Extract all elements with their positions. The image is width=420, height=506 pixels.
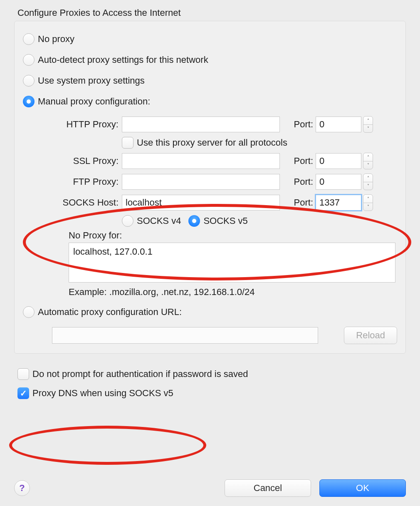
reload-button[interactable]: Reload bbox=[344, 327, 397, 344]
label-ssl-proxy: SSL Proxy: bbox=[40, 156, 122, 166]
label-no-proxy-for: No Proxy for: bbox=[40, 230, 397, 241]
section-title: Configure Proxies to Access the Internet bbox=[14, 7, 406, 18]
input-socks-port[interactable]: 1337 bbox=[316, 195, 361, 211]
radio-socks-v4[interactable] bbox=[122, 215, 133, 227]
input-http-port[interactable]: 0 bbox=[316, 117, 361, 132]
label-no-proxy: No proxy bbox=[38, 34, 74, 45]
cancel-button[interactable]: Cancel bbox=[225, 479, 311, 497]
checkbox-use-all[interactable] bbox=[122, 137, 133, 149]
radio-socks-v5[interactable] bbox=[188, 215, 200, 227]
radio-auto-detect[interactable] bbox=[23, 54, 35, 66]
label-auto-url: Automatic proxy configuration URL: bbox=[38, 307, 182, 317]
annotation-ellipse-2 bbox=[9, 426, 206, 465]
label-http-proxy: HTTP Proxy: bbox=[40, 119, 122, 130]
radio-auto-url[interactable] bbox=[23, 306, 35, 318]
manual-form: HTTP Proxy: Port: 0 ˄˅ Use this proxy se… bbox=[40, 116, 397, 298]
label-use-all: Use this proxy server for all protocols bbox=[137, 137, 287, 148]
label-example: Example: .mozilla.org, .net.nz, 192.168.… bbox=[40, 287, 397, 298]
label-socks-host: SOCKS Host: bbox=[40, 197, 122, 208]
label-system: Use system proxy settings bbox=[38, 75, 145, 86]
radio-manual[interactable] bbox=[23, 96, 35, 107]
input-ftp-port[interactable]: 0 bbox=[316, 174, 361, 190]
label-http-port: Port: bbox=[280, 119, 316, 130]
input-ftp-host[interactable] bbox=[122, 174, 280, 190]
label-auto-detect: Auto-detect proxy settings for this netw… bbox=[38, 55, 208, 65]
stepper-http-port[interactable]: ˄˅ bbox=[363, 116, 373, 133]
input-socks-host[interactable]: localhost bbox=[122, 195, 280, 211]
input-no-proxy-for[interactable]: localhost, 127.0.0.1 bbox=[69, 243, 395, 283]
stepper-ftp-port[interactable]: ˄˅ bbox=[363, 174, 373, 190]
label-ftp-proxy: FTP Proxy: bbox=[40, 176, 122, 187]
label-proxy-dns: Proxy DNS when using SOCKS v5 bbox=[32, 388, 173, 399]
checkbox-no-prompt[interactable] bbox=[17, 368, 29, 380]
checkbox-proxy-dns[interactable] bbox=[17, 387, 29, 399]
label-ftp-port: Port: bbox=[280, 176, 316, 187]
label-socks-v4: SOCKS v4 bbox=[137, 216, 181, 226]
radio-system[interactable] bbox=[23, 75, 35, 87]
help-button[interactable]: ? bbox=[14, 480, 30, 496]
radio-no-proxy[interactable] bbox=[23, 33, 35, 45]
input-ssl-host[interactable] bbox=[122, 153, 280, 169]
input-auto-url[interactable] bbox=[52, 327, 318, 344]
input-ssl-port[interactable]: 0 bbox=[316, 153, 361, 169]
label-no-prompt: Do not prompt for authentication if pass… bbox=[32, 369, 248, 380]
label-socks-port: Port: bbox=[280, 197, 316, 208]
stepper-socks-port[interactable]: ˄˅ bbox=[363, 194, 373, 211]
ok-button[interactable]: OK bbox=[319, 479, 406, 497]
proxy-group: No proxy Auto-detect proxy settings for … bbox=[14, 21, 406, 354]
stepper-ssl-port[interactable]: ˄˅ bbox=[363, 153, 373, 169]
input-http-host[interactable] bbox=[122, 117, 280, 132]
label-ssl-port: Port: bbox=[280, 156, 316, 166]
label-manual: Manual proxy configuration: bbox=[38, 96, 150, 107]
label-socks-v5: SOCKS v5 bbox=[203, 216, 247, 226]
